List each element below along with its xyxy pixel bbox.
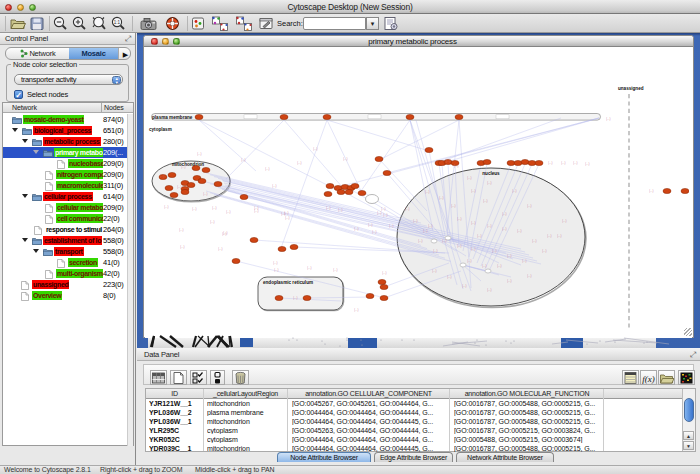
svg-text:f(x): f(x)	[642, 374, 655, 384]
